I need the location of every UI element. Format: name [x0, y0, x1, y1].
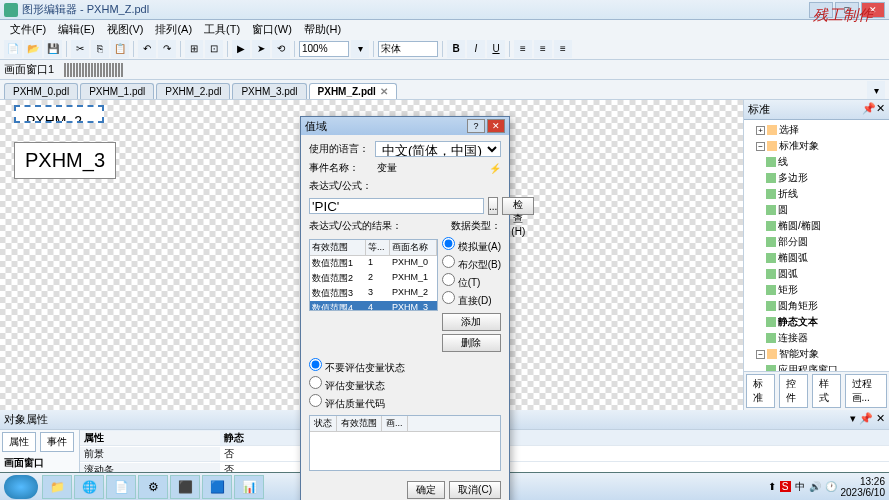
- radio-bool[interactable]: 布尔型(B): [442, 255, 501, 272]
- taskbar-app-5[interactable]: ⬛: [170, 475, 200, 499]
- tab-pxhm3[interactable]: PXHM_3.pdl: [232, 83, 306, 99]
- object-tree[interactable]: +选择−标准对象线多边形折线圆椭圆/椭圆部分圆椭圆弧圆弧矩形圆角矩形静态文本连接…: [744, 120, 889, 371]
- lang-select[interactable]: 中文(简体，中国): [375, 141, 501, 157]
- color-swatch[interactable]: [73, 63, 75, 77]
- tree-node[interactable]: −标准对象: [746, 138, 887, 154]
- radio-no-eval[interactable]: 不要评估变量状态: [309, 358, 501, 375]
- color-swatch[interactable]: [64, 63, 66, 77]
- align-left-icon[interactable]: ≡: [514, 40, 532, 58]
- palette-tab-styles[interactable]: 样式: [812, 374, 841, 408]
- expr-browse-button[interactable]: ...: [488, 197, 498, 215]
- start-button[interactable]: [4, 475, 38, 499]
- tree-node[interactable]: 部分圆: [746, 234, 887, 250]
- dialog-help-icon[interactable]: ?: [467, 119, 485, 133]
- close-button[interactable]: ✕: [861, 2, 885, 18]
- state-list[interactable]: 状态有效范围画...: [309, 415, 501, 471]
- list-row[interactable]: 数值范围33PXHM_2: [310, 286, 437, 301]
- tab-pxhm2[interactable]: PXHM_2.pdl: [156, 83, 230, 99]
- grid-icon[interactable]: ⊞: [185, 40, 203, 58]
- color-swatch[interactable]: [91, 63, 93, 77]
- taskbar-app-1[interactable]: 📁: [42, 475, 72, 499]
- color-swatch[interactable]: [79, 63, 81, 77]
- tray-icon-ime[interactable]: S: [780, 481, 791, 492]
- color-swatch[interactable]: [121, 63, 123, 77]
- menu-tools[interactable]: 工具(T): [198, 22, 246, 37]
- panel-pin-icon[interactable]: 📌: [862, 102, 876, 117]
- color-swatch[interactable]: [118, 63, 120, 77]
- tree-node[interactable]: −智能对象: [746, 346, 887, 362]
- color-swatch[interactable]: [106, 63, 108, 77]
- save-icon[interactable]: 💾: [44, 40, 62, 58]
- new-icon[interactable]: 📄: [4, 40, 22, 58]
- align-center-icon[interactable]: ≡: [534, 40, 552, 58]
- cut-icon[interactable]: ✂: [71, 40, 89, 58]
- rotate-icon[interactable]: ⟲: [272, 40, 290, 58]
- cancel-button[interactable]: 取消(C): [449, 481, 501, 499]
- tree-node[interactable]: 椭圆/椭圆: [746, 218, 887, 234]
- color-swatch[interactable]: [82, 63, 84, 77]
- prop-tab-attributes[interactable]: 属性: [2, 432, 36, 452]
- menu-arrange[interactable]: 排列(A): [149, 22, 198, 37]
- maximize-button[interactable]: □: [835, 2, 859, 18]
- design-object-pxhm2[interactable]: PXHM_2: [14, 105, 104, 123]
- tray-icon-1[interactable]: ⬆: [768, 481, 776, 492]
- color-swatch[interactable]: [103, 63, 105, 77]
- color-swatch[interactable]: [109, 63, 111, 77]
- check-button[interactable]: 检查(H): [502, 197, 534, 215]
- bold-icon[interactable]: B: [447, 40, 465, 58]
- paste-icon[interactable]: 📋: [111, 40, 129, 58]
- color-swatch[interactable]: [112, 63, 114, 77]
- radio-direct[interactable]: 直接(D): [442, 291, 501, 308]
- tray-icon-lang[interactable]: 中: [795, 480, 805, 494]
- color-swatch[interactable]: [115, 63, 117, 77]
- radio-eval-quality[interactable]: 评估质量代码: [309, 394, 501, 411]
- tree-node[interactable]: 应用程序窗口: [746, 362, 887, 371]
- undo-icon[interactable]: ↶: [138, 40, 156, 58]
- tray-icon-sound[interactable]: 🔊: [809, 481, 821, 492]
- color-swatch[interactable]: [100, 63, 102, 77]
- menu-file[interactable]: 文件(F): [4, 22, 52, 37]
- tab-pxhmz[interactable]: PXHM_Z.pdl✕: [309, 83, 397, 99]
- align-right-icon[interactable]: ≡: [554, 40, 572, 58]
- list-row[interactable]: 数值范围11PXHM_0: [310, 256, 437, 271]
- copy-icon[interactable]: ⎘: [91, 40, 109, 58]
- tab-close-icon[interactable]: ✕: [380, 86, 388, 97]
- tree-node[interactable]: 多边形: [746, 170, 887, 186]
- tree-node[interactable]: 圆弧: [746, 266, 887, 282]
- redo-icon[interactable]: ↷: [158, 40, 176, 58]
- play-icon[interactable]: ▶: [232, 40, 250, 58]
- taskbar-app-3[interactable]: 📄: [106, 475, 136, 499]
- zoom-dropdown-icon[interactable]: ▾: [351, 40, 369, 58]
- taskbar-app-6[interactable]: 🟦: [202, 475, 232, 499]
- prop-cat-window[interactable]: 画面窗口: [4, 456, 75, 470]
- tree-node[interactable]: 圆角矩形: [746, 298, 887, 314]
- color-swatch[interactable]: [97, 63, 99, 77]
- zoom-input[interactable]: [299, 41, 349, 57]
- tree-node[interactable]: 椭圆弧: [746, 250, 887, 266]
- color-swatch[interactable]: [88, 63, 90, 77]
- list-row[interactable]: 数值范围22PXHM_1: [310, 271, 437, 286]
- taskbar-app-2[interactable]: 🌐: [74, 475, 104, 499]
- color-swatch[interactable]: [70, 63, 72, 77]
- tree-node[interactable]: 矩形: [746, 282, 887, 298]
- minimize-button[interactable]: _: [809, 2, 833, 18]
- color-swatch[interactable]: [76, 63, 78, 77]
- add-button[interactable]: 添加: [442, 313, 501, 331]
- palette-tab-process[interactable]: 过程画...: [845, 374, 887, 408]
- tree-node[interactable]: 圆: [746, 202, 887, 218]
- taskbar-app-7[interactable]: 📊: [234, 475, 264, 499]
- tray-icon-clock[interactable]: 🕐: [825, 481, 837, 492]
- list-row[interactable]: 数值范围44PXHM_3: [310, 301, 437, 311]
- tree-node[interactable]: 连接器: [746, 330, 887, 346]
- tree-node[interactable]: 静态文本: [746, 314, 887, 330]
- pointer-icon[interactable]: ➤: [252, 40, 270, 58]
- menu-edit[interactable]: 编辑(E): [52, 22, 101, 37]
- tree-node[interactable]: +选择: [746, 122, 887, 138]
- taskbar-clock[interactable]: 13:262023/6/10: [841, 476, 886, 498]
- palette-tab-controls[interactable]: 控件: [779, 374, 808, 408]
- props-dropdown-icon[interactable]: ▾ 📌 ✕: [850, 412, 885, 427]
- tab-pxhm1[interactable]: PXHM_1.pdl: [80, 83, 154, 99]
- menu-window[interactable]: 窗口(W): [246, 22, 298, 37]
- font-input[interactable]: [378, 41, 438, 57]
- event-link-icon[interactable]: ⚡: [489, 163, 501, 174]
